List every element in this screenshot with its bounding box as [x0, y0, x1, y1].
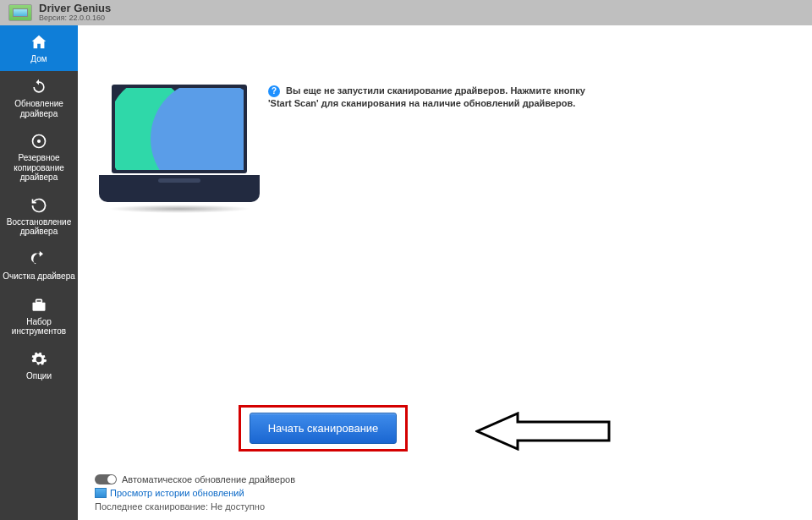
sidebar-item-label: Обновление драйвера: [2, 99, 76, 118]
scan-button-highlight: Начать сканирование: [239, 405, 408, 452]
start-scan-button[interactable]: Начать сканирование: [250, 413, 397, 444]
restore-icon: [30, 196, 48, 215]
home-icon: [30, 33, 48, 52]
sidebar-item-label: Дом: [30, 54, 47, 64]
refresh-icon: [30, 78, 48, 96]
info-message: ? Вы еще не запустили сканирование драйв…: [268, 85, 598, 111]
app-name: Driver Genius: [39, 3, 111, 14]
auto-update-toggle[interactable]: [95, 474, 117, 484]
toolbox-icon: [30, 296, 48, 315]
svg-rect-2: [33, 302, 46, 310]
question-icon: ?: [268, 85, 280, 97]
sidebar-item-label: Набор инструментов: [2, 317, 76, 337]
disc-icon: [30, 132, 48, 151]
title-info: Driver Genius Версия: 22.0.0.160: [39, 3, 111, 23]
sidebar-item-clean[interactable]: Очистка драйвера: [0, 244, 78, 289]
sidebar-item-backup[interactable]: Резервное копирование драйвера: [0, 125, 78, 189]
app-version: Версия: 22.0.0.160: [39, 14, 111, 23]
sidebar-item-toolbox[interactable]: Набор инструментов: [0, 289, 78, 343]
bottom-controls: Автоматическое обновление драйверов Прос…: [95, 474, 295, 512]
laptop-illustration: [99, 85, 260, 211]
app-logo-icon: [8, 4, 32, 21]
history-link[interactable]: Просмотр истории обновлений: [110, 488, 244, 498]
svg-rect-3: [36, 299, 42, 302]
svg-point-1: [37, 140, 41, 143]
sidebar-item-options[interactable]: Опции: [0, 343, 78, 389]
last-scan-row: Последнее сканирование: Не доступно: [95, 501, 295, 512]
sidebar-item-label: Опции: [26, 371, 52, 381]
sidebar: Дом Обновление драйвера Резервное копиро…: [0, 25, 78, 520]
sidebar-item-label: Восстановление драйвера: [2, 217, 76, 237]
sidebar-item-label: Резервное копирование драйвера: [2, 153, 76, 183]
history-icon: [95, 488, 107, 498]
sidebar-item-label: Очистка драйвера: [3, 271, 75, 282]
auto-update-row: Автоматическое обновление драйверов: [95, 474, 295, 484]
info-text-line2: 'Start Scan' для сканирования на наличие…: [268, 98, 575, 108]
clean-icon: [30, 250, 48, 269]
titlebar: Driver Genius Версия: 22.0.0.160: [0, 0, 812, 25]
auto-update-label: Автоматическое обновление драйверов: [122, 474, 295, 484]
sidebar-item-home[interactable]: Дом: [0, 25, 78, 71]
svg-marker-4: [477, 413, 609, 449]
history-row: Просмотр истории обновлений: [95, 488, 295, 498]
sidebar-item-update[interactable]: Обновление драйвера: [0, 71, 78, 125]
main-panel: ? Вы еще не запустили сканирование драйв…: [78, 25, 812, 520]
last-scan-value: Не доступно: [211, 501, 265, 512]
info-text-line1: Вы еще не запустили сканирование драйвер…: [286, 85, 585, 96]
gear-icon: [30, 350, 48, 369]
sidebar-item-restore[interactable]: Восстановление драйвера: [0, 189, 78, 244]
pointer-arrow-icon: [475, 412, 611, 451]
last-scan-label: Последнее сканирование:: [95, 501, 208, 512]
